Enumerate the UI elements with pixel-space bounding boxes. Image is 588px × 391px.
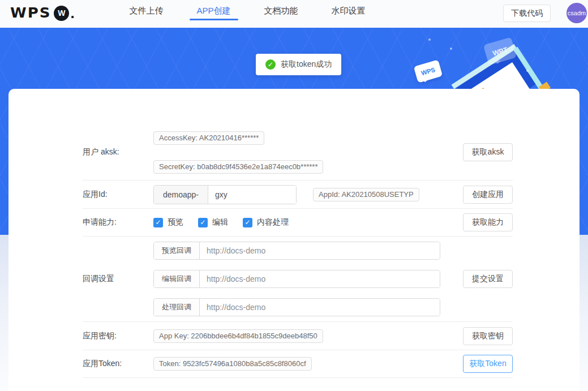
- app-token-tag: Token: 9523fc57496a1080b8a5c85c8f8060cf: [153, 357, 312, 371]
- user-aksk-values: AccessKey: AK20210416****** SecretKey: b…: [153, 131, 463, 174]
- app-key-tag: App Key: 2206bbdee6b4df84b1855c9deeb48f5…: [153, 329, 323, 343]
- callbacks-controls: 预览回调 编辑回调 处理回调: [153, 242, 463, 316]
- edit-callback-group: 编辑回调: [153, 270, 440, 288]
- process-callback-input[interactable]: [200, 299, 440, 316]
- app-id-input-group: demoapp-: [153, 185, 297, 204]
- checkbox-checked-icon[interactable]: ✓: [243, 218, 252, 227]
- checkbox-content-process[interactable]: ✓ 内容处理: [243, 217, 289, 227]
- preview-callback-label: 预览回调: [154, 242, 200, 259]
- checkbox-content-process-label: 内容处理: [257, 217, 289, 227]
- app-id-prefix: demoapp-: [154, 186, 208, 204]
- app-key-label: 应用密钥:: [83, 331, 153, 341]
- get-app-key-button[interactable]: 获取密钥: [463, 327, 513, 345]
- user-avatar[interactable]: csadm: [566, 3, 587, 23]
- wps-logo-dot: .: [70, 7, 74, 19]
- top-navbar: WPS W . 文件上传 APP创建 文档功能 水印设置 下载代码 csadm: [0, 0, 588, 28]
- app-token-controls: Token: 9523fc57496a1080b8a5c85c8f8060cf: [153, 357, 463, 371]
- process-callback-label: 处理回调: [154, 299, 200, 316]
- checkbox-preview[interactable]: ✓ 预览: [153, 217, 183, 227]
- wps-speech-bubble: WPS: [414, 59, 443, 83]
- submit-settings-button[interactable]: 提交设置: [463, 270, 513, 288]
- row-app-key: 应用密钥: App Key: 2206bbdee6b4df84b1855c9de…: [83, 321, 513, 350]
- secret-key-tag: SecretKey: b0ab8dc9f4536e2e1a874eec0b***…: [153, 160, 323, 174]
- tab-watermark-settings-label: 水印设置: [332, 6, 366, 15]
- app-id-controls: demoapp- AppId: AK20210508USETYP: [153, 185, 463, 204]
- access-key-tag: AccessKey: AK20210416******: [153, 131, 264, 145]
- get-token-button[interactable]: 获取Token: [463, 355, 513, 373]
- create-app-button[interactable]: 创建应用: [463, 186, 513, 204]
- app-create-form: 用户 aksk: AccessKey: AK20210416****** Sec…: [83, 124, 513, 378]
- wps-logo-text: WPS: [10, 5, 51, 21]
- tab-file-upload-label: 文件上传: [130, 6, 164, 15]
- wps-logo: WPS W .: [10, 5, 75, 22]
- download-code-button[interactable]: 下载代码: [503, 5, 551, 22]
- checkbox-edit[interactable]: ✓ 编辑: [198, 217, 228, 227]
- tab-doc-features-label: 文档功能: [264, 6, 298, 15]
- process-callback-group: 处理回调: [153, 298, 440, 316]
- edit-callback-input[interactable]: [200, 270, 440, 287]
- success-toast: ✓ 获取token成功: [256, 54, 341, 75]
- checkbox-checked-icon[interactable]: ✓: [198, 218, 208, 227]
- row-app-token: 应用Token: Token: 9523fc57496a1080b8a5c85c…: [83, 350, 513, 378]
- checkbox-preview-label: 预览: [168, 217, 183, 227]
- success-check-icon: ✓: [265, 59, 276, 70]
- app-id-input[interactable]: [208, 186, 296, 204]
- app-create-card: 用户 aksk: AccessKey: AK20210416****** Sec…: [8, 89, 580, 391]
- tab-file-upload[interactable]: 文件上传: [113, 0, 180, 28]
- capabilities-controls: ✓ 预览 ✓ 编辑 ✓ 内容处理: [153, 217, 463, 227]
- row-app-id: 应用Id: demoapp- AppId: AK20210508USETYP 创…: [83, 180, 513, 208]
- row-capabilities: 申请能力: ✓ 预览 ✓ 编辑 ✓ 内容处理 获取能力: [83, 208, 513, 236]
- wps-logo-badge-icon: W: [54, 6, 69, 21]
- app-token-label: 应用Token:: [83, 359, 153, 369]
- tab-app-create[interactable]: APP创建: [180, 0, 247, 28]
- tab-doc-features[interactable]: 文档功能: [247, 0, 315, 28]
- preview-callback-group: 预览回调: [153, 242, 440, 260]
- tab-app-create-label: APP创建: [196, 6, 230, 15]
- edit-callback-label: 编辑回调: [154, 270, 200, 287]
- user-aksk-label: 用户 aksk:: [83, 147, 153, 157]
- tab-watermark-settings[interactable]: 水印设置: [315, 0, 382, 28]
- get-capabilities-button[interactable]: 获取能力: [463, 213, 513, 231]
- row-user-aksk: 用户 aksk: AccessKey: AK20210416****** Sec…: [83, 124, 513, 180]
- app-id-label: 应用Id:: [83, 190, 153, 200]
- decor-dot: [428, 38, 431, 41]
- capabilities-label: 申请能力:: [83, 217, 153, 227]
- checkbox-checked-icon[interactable]: ✓: [153, 218, 163, 227]
- decor-dot: [526, 70, 529, 72]
- get-aksk-button[interactable]: 获取aksk: [463, 143, 513, 161]
- toast-message: 获取token成功: [281, 59, 332, 70]
- app-key-controls: App Key: 2206bbdee6b4df84b1855c9deeb48f5…: [153, 329, 463, 343]
- decor-dot: [450, 48, 452, 50]
- nav-tabs: 文件上传 APP创建 文档功能 水印设置: [113, 0, 382, 28]
- callbacks-label: 回调设置: [83, 274, 153, 284]
- app-id-result-tag: AppId: AK20210508USETYP: [313, 188, 419, 201]
- row-callbacks: 回调设置 预览回调 编辑回调 处理回调 提交设置: [83, 236, 513, 321]
- checkbox-edit-label: 编辑: [212, 217, 228, 227]
- preview-callback-input[interactable]: [200, 242, 440, 259]
